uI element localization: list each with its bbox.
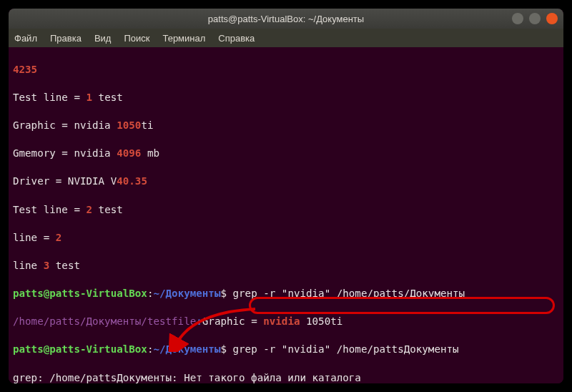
menu-terminal[interactable]: Терминал <box>162 33 205 44</box>
output-line: Test line = 2 test <box>13 203 559 217</box>
menu-edit[interactable]: Правка <box>50 33 82 44</box>
menu-help[interactable]: Справка <box>218 33 255 44</box>
output-line: Graphic = nvidia 1050ti <box>13 119 559 133</box>
terminal-body[interactable]: 4235 Test line = 1 test Graphic = nvidia… <box>9 47 563 383</box>
menu-bar: Файл Правка Вид Поиск Терминал Справка <box>9 29 563 47</box>
menu-file[interactable]: Файл <box>14 33 37 44</box>
grep-result: /home/patts/Документы/testfile:Graphic =… <box>13 315 559 329</box>
minimize-button[interactable] <box>512 13 523 24</box>
window-titlebar[interactable]: patts@patts-VirtualBox: ~/Документы <box>9 9 563 29</box>
output-line: 4235 <box>13 63 559 77</box>
terminal-window: patts@patts-VirtualBox: ~/Документы Файл… <box>9 9 563 383</box>
menu-view[interactable]: Вид <box>94 33 112 44</box>
menu-search[interactable]: Поиск <box>124 33 149 44</box>
output-line: line 3 test <box>13 259 559 273</box>
output-line: Test line = 1 test <box>13 91 559 105</box>
window-controls <box>512 13 558 24</box>
prompt-line: patts@patts-VirtualBox:~/Документы$ grep… <box>13 287 559 301</box>
window-title: patts@patts-VirtualBox: ~/Документы <box>16 14 556 24</box>
maximize-button[interactable] <box>529 13 541 24</box>
prompt-line: patts@patts-VirtualBox:~/Документы$ grep… <box>13 343 559 357</box>
output-line: Gmemory = nvidia 4096 mb <box>13 147 559 161</box>
error-line: grep: /home/pattsДокументы: Нет такого ф… <box>13 371 559 383</box>
output-line: line = 2 <box>13 231 559 245</box>
output-line: Driver = NVIDIA V40.35 <box>13 175 559 189</box>
close-button[interactable] <box>546 13 558 24</box>
